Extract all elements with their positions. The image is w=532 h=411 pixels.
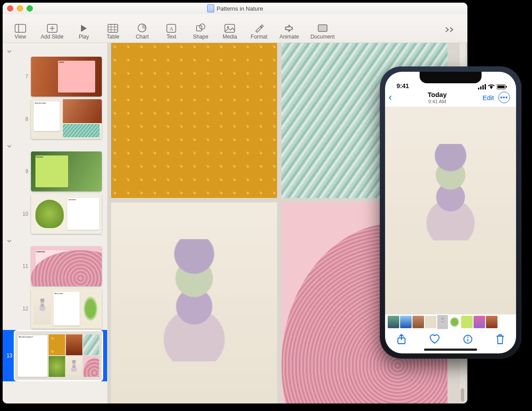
- chart-button[interactable]: Chart: [133, 23, 151, 40]
- svg-rect-25: [506, 86, 507, 88]
- shape-button[interactable]: Shape: [192, 23, 209, 40]
- chevrons-right-icon: [445, 27, 455, 33]
- status-time: 9:41: [397, 82, 409, 89]
- film-thumb[interactable]: [449, 316, 460, 328]
- svg-rect-0: [15, 24, 26, 32]
- slide-thumbnail-9[interactable]: 9 FRACTALS: [3, 150, 107, 193]
- section-disclosure[interactable]: [3, 235, 107, 245]
- film-thumb[interactable]: [388, 316, 399, 328]
- svg-rect-22: [485, 84, 486, 89]
- format-button[interactable]: Format: [250, 23, 268, 40]
- svg-rect-20: [480, 86, 482, 89]
- media-button[interactable]: Media: [221, 24, 239, 40]
- image-sea-urchins[interactable]: [111, 202, 277, 403]
- toolbar: View Add Slide Play Table Chart A Text: [3, 14, 467, 43]
- back-button[interactable]: ‹: [389, 93, 392, 102]
- photo-sea-urchins: [385, 107, 516, 314]
- svg-text:A: A: [170, 26, 173, 32]
- document-icon: [207, 4, 214, 12]
- view-button[interactable]: View: [12, 24, 29, 40]
- delete-button[interactable]: [496, 334, 505, 346]
- chart-icon: [137, 23, 147, 33]
- film-thumb[interactable]: [425, 316, 436, 328]
- iphone-screen: 9:41 ‹ Today 9:41 AM Edit •••: [385, 72, 516, 353]
- svg-rect-13: [197, 26, 202, 31]
- svg-point-28: [467, 337, 469, 338]
- plus-slide-icon: [47, 24, 58, 33]
- svg-rect-19: [478, 88, 479, 89]
- scrollbar-thumb[interactable]: [461, 388, 464, 402]
- view-icon: [15, 24, 26, 33]
- text-button[interactable]: A Text: [162, 24, 180, 40]
- favorite-button[interactable]: [429, 334, 440, 346]
- slide-thumbnail-11[interactable]: 11 SYMMETRIES: [3, 245, 107, 287]
- section-disclosure[interactable]: [3, 140, 107, 150]
- close-button[interactable]: [7, 5, 13, 12]
- wifi-icon: [488, 84, 495, 89]
- svg-rect-24: [497, 85, 505, 88]
- slide-number: 12: [20, 306, 28, 312]
- photo-viewer[interactable]: [385, 107, 516, 314]
- format-icon: [254, 23, 264, 33]
- section-disclosure[interactable]: [3, 46, 107, 55]
- battery-icon: [497, 84, 507, 89]
- play-icon: [79, 24, 88, 33]
- chevron-down-icon: [7, 144, 12, 148]
- info-icon: [463, 334, 473, 344]
- media-icon: [224, 24, 235, 33]
- table-icon: [108, 24, 118, 33]
- minimize-button[interactable]: [17, 5, 23, 12]
- film-thumb[interactable]: [412, 316, 424, 328]
- svg-rect-5: [108, 24, 118, 32]
- slide-number: 8: [20, 116, 28, 122]
- slide-number: 7: [20, 74, 28, 80]
- shape-icon: [196, 23, 205, 33]
- photos-nav-bar: ‹ Today 9:41 AM Edit •••: [385, 90, 516, 107]
- svg-rect-18: [318, 25, 327, 31]
- more-button[interactable]: •••: [498, 92, 510, 103]
- edit-button[interactable]: Edit: [482, 94, 494, 101]
- slide-thumbnail-8[interactable]: 8 Under the surface: [3, 98, 107, 140]
- slide-number: 9: [20, 168, 28, 174]
- image-honeycomb[interactable]: [111, 43, 277, 198]
- animate-button[interactable]: Animate: [279, 24, 299, 40]
- share-icon: [397, 334, 406, 345]
- table-button[interactable]: Table: [104, 24, 122, 40]
- document-button[interactable]: Document: [310, 24, 335, 40]
- photos-nav-title: Today 9:41 AM: [428, 91, 447, 104]
- animate-icon: [283, 24, 295, 33]
- slide-number: 13: [5, 353, 12, 359]
- document-icon: [317, 24, 328, 33]
- film-thumb[interactable]: [486, 316, 497, 328]
- iphone-device: 9:41 ‹ Today 9:41 AM Edit •••: [380, 66, 521, 359]
- slide-thumbnail-12[interactable]: 12 Mirror, mirror: [3, 287, 107, 330]
- slide-number: 10: [20, 211, 28, 217]
- slide-navigator[interactable]: 7 LAYERS 8 Under the surface 9 FRACTALS …: [3, 43, 108, 403]
- trash-icon: [496, 334, 505, 345]
- film-thumb[interactable]: [474, 316, 485, 328]
- window-title: Patterns in Nature: [217, 5, 263, 12]
- chevron-down-icon: [7, 49, 12, 54]
- notch: [420, 72, 482, 83]
- slide-thumbnail-7[interactable]: 7 LAYERS: [3, 55, 107, 98]
- film-thumb[interactable]: [400, 316, 412, 328]
- cellular-icon: [478, 84, 486, 89]
- photo-scrubber[interactable]: [385, 314, 516, 330]
- chevron-down-icon: [7, 239, 12, 243]
- play-button[interactable]: Play: [75, 24, 93, 40]
- zoom-button[interactable]: [27, 5, 33, 12]
- titlebar: Patterns in Nature: [3, 3, 467, 14]
- svg-rect-21: [482, 85, 484, 89]
- svg-point-14: [200, 24, 205, 29]
- slide-number: 11: [20, 263, 28, 269]
- add-slide-button[interactable]: Add Slide: [41, 24, 63, 40]
- film-thumb-selected[interactable]: [437, 315, 448, 329]
- share-button[interactable]: [397, 334, 406, 346]
- toolbar-overflow-button[interactable]: [441, 27, 459, 40]
- svg-point-16: [227, 26, 229, 28]
- slide-thumbnail-13[interactable]: 13 Why look for patterns?: [3, 330, 107, 381]
- home-indicator[interactable]: [424, 349, 477, 351]
- film-thumb[interactable]: [461, 316, 473, 328]
- info-button[interactable]: [463, 334, 473, 346]
- slide-thumbnail-10[interactable]: 10 Look closer: [3, 193, 107, 235]
